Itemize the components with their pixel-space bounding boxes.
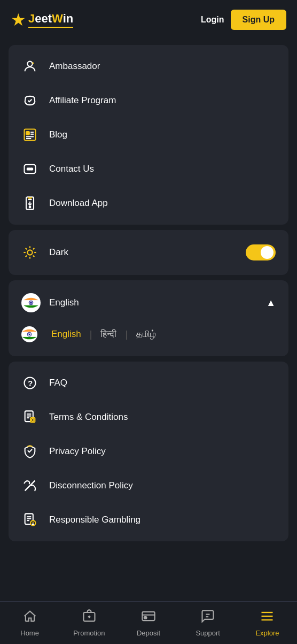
chevron-up-icon: ▲ [266,297,276,309]
download-icon [21,195,38,212]
bottom-nav: Home Promotion Deposit [0,601,297,644]
svg-line-22 [26,256,27,257]
svg-line-21 [33,248,35,250]
download-label: Download App [49,198,108,209]
language-card: English ▲ [9,280,288,356]
login-button[interactable]: Login [201,15,224,25]
menu-card: Ambassador Affiliate Program [9,45,288,225]
affiliate-label: Affiliate Program [49,95,116,106]
menu-item-affiliate[interactable]: Affiliate Program [9,83,288,118]
svg-point-14 [27,250,32,255]
language-header-left: English [21,293,79,312]
header-buttons: Login Sign Up [201,10,286,30]
svg-rect-64 [144,617,147,619]
nav-item-deposit[interactable]: Deposit [119,609,178,637]
dark-mode-card: Dark [9,230,288,275]
support-icon [200,609,215,627]
contact-icon [21,160,38,178]
svg-text:?: ? [28,379,33,388]
nav-home-label: Home [20,629,39,637]
privacy-label: Privacy Policy [49,446,106,457]
terms-icon [21,409,38,426]
svg-rect-2 [26,132,29,135]
faq-icon: ? [21,374,38,392]
blog-label: Blog [49,129,67,140]
dark-mode-left: Dark [21,244,68,261]
nav-item-explore[interactable]: Explore [238,609,297,637]
menu-item-disconnection[interactable]: Disconnection Policy [9,469,288,503]
responsible-label: Responsible Gambling [49,515,140,525]
logo-star-icon: ★ [11,11,26,28]
menu-item-ambassador[interactable]: Ambassador [9,49,288,83]
india-flag-small-icon [21,326,37,342]
nav-promotion-label: Promotion [73,629,105,637]
svg-line-20 [33,256,35,257]
dark-mode-label: Dark [49,247,68,258]
language-options: English | हिन्दी | தமிழ் [9,321,288,352]
svg-rect-62 [142,612,154,620]
menu-item-contact[interactable]: Contact Us [9,152,288,186]
disconnection-label: Disconnection Policy [49,480,133,491]
nav-item-home[interactable]: Home [0,609,59,637]
explore-icon [260,609,275,627]
menu-item-faq[interactable]: ? FAQ [9,366,288,400]
lang-option-english[interactable]: English [43,327,90,342]
disconnection-icon [21,477,38,494]
responsible-icon [21,511,38,528]
signup-button[interactable]: Sign Up [231,10,286,30]
privacy-icon [21,443,38,460]
affiliate-icon [21,92,38,109]
svg-point-13 [29,206,31,208]
deposit-icon [141,609,156,627]
nav-explore-label: Explore [255,629,279,637]
legal-card: ? FAQ Terms & Conditions [9,362,288,541]
header: ★ JeetWin Login Sign Up [0,0,297,40]
dark-mode-row[interactable]: Dark [9,234,288,271]
ambassador-icon [21,58,38,75]
contact-label: Contact Us [49,164,94,174]
home-icon [22,609,37,627]
svg-point-58 [33,524,34,525]
promotion-icon [82,609,97,627]
menu-item-download[interactable]: Download App [9,186,288,220]
lang-option-hindi[interactable]: हिन्दी [92,327,125,342]
content-area: Ambassador Affiliate Program [0,45,297,595]
nav-item-support[interactable]: Support [178,609,238,637]
faq-label: FAQ [49,378,67,388]
language-current-label: English [49,297,79,308]
menu-item-terms[interactable]: Terms & Conditions [9,400,288,434]
ambassador-label: Ambassador [49,61,100,72]
nav-deposit-label: Deposit [137,629,160,637]
lang-option-tamil[interactable]: தமிழ் [128,327,165,342]
svg-line-19 [26,248,27,250]
menu-item-responsible[interactable]: Responsible Gambling [9,503,288,537]
nav-item-promotion[interactable]: Promotion [59,609,119,637]
svg-point-0 [27,62,32,66]
svg-point-10 [29,168,31,170]
menu-item-privacy[interactable]: Privacy Policy [9,434,288,469]
dark-mode-toggle[interactable] [246,244,276,260]
blog-icon [21,126,38,143]
terms-label: Terms & Conditions [49,412,128,423]
logo: ★ JeetWin [11,11,73,28]
language-header[interactable]: English ▲ [9,285,288,321]
india-flag-icon [21,293,41,312]
nav-support-label: Support [196,629,220,637]
menu-item-blog[interactable]: Blog [9,118,288,152]
logo-text: JeetWin [28,12,73,28]
sun-icon [21,244,38,261]
